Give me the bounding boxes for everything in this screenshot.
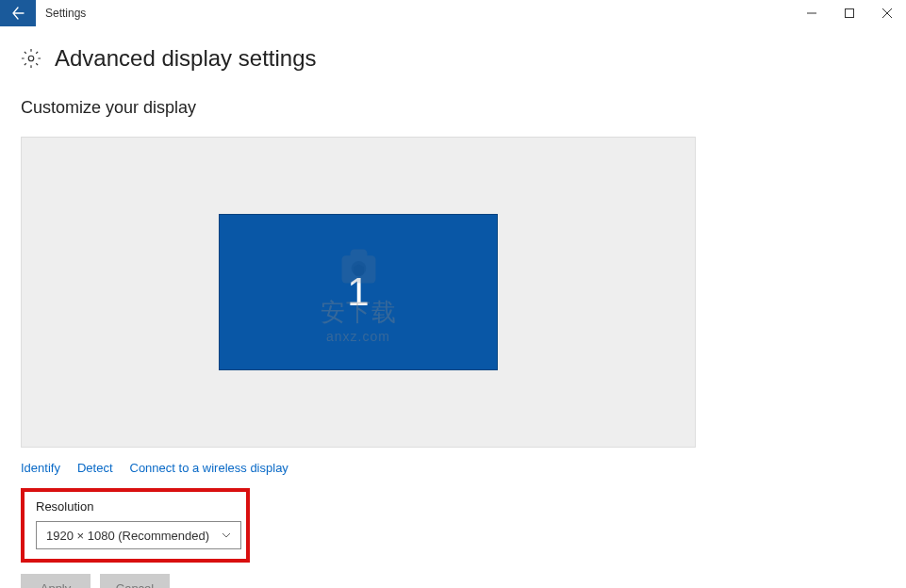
back-button[interactable] <box>0 0 36 26</box>
apply-button[interactable]: Apply <box>21 574 91 588</box>
maximize-icon <box>845 8 854 18</box>
resolution-highlight: Resolution 1920 × 1080 (Recommended) <box>21 488 250 563</box>
app-title: Settings <box>45 7 86 20</box>
close-icon <box>882 8 892 18</box>
page-title: Advanced display settings <box>55 45 317 72</box>
chevron-down-icon <box>222 532 231 538</box>
identify-link[interactable]: Identify <box>21 461 60 475</box>
display-links: Identify Detect Connect to a wireless di… <box>21 461 885 475</box>
svg-rect-1 <box>846 9 854 18</box>
maximize-button[interactable] <box>831 0 868 26</box>
monitor-number: 1 <box>347 270 369 315</box>
monitor-thumbnail[interactable]: 1 <box>219 214 498 370</box>
resolution-label: Resolution <box>36 499 235 514</box>
action-buttons: Apply Cancel <box>21 574 885 588</box>
gear-icon <box>21 48 41 69</box>
svg-point-4 <box>28 56 34 61</box>
connect-wireless-link[interactable]: Connect to a wireless display <box>130 461 288 475</box>
display-preview-area: 1 安下载 anxz.com <box>21 137 696 448</box>
resolution-select[interactable]: 1920 × 1080 (Recommended) <box>36 521 241 549</box>
titlebar: Settings <box>0 0 906 26</box>
arrow-left-icon <box>10 6 25 21</box>
detect-link[interactable]: Detect <box>77 461 113 475</box>
page-content: Advanced display settings Customize your… <box>0 26 906 588</box>
section-subtitle: Customize your display <box>21 98 885 118</box>
close-button[interactable] <box>868 0 906 26</box>
page-header: Advanced display settings <box>21 45 885 72</box>
minimize-button[interactable] <box>793 0 831 26</box>
minimize-icon <box>807 8 816 18</box>
window-controls <box>793 0 906 26</box>
resolution-selected-value: 1920 × 1080 (Recommended) <box>46 529 209 543</box>
cancel-button[interactable]: Cancel <box>100 574 170 588</box>
